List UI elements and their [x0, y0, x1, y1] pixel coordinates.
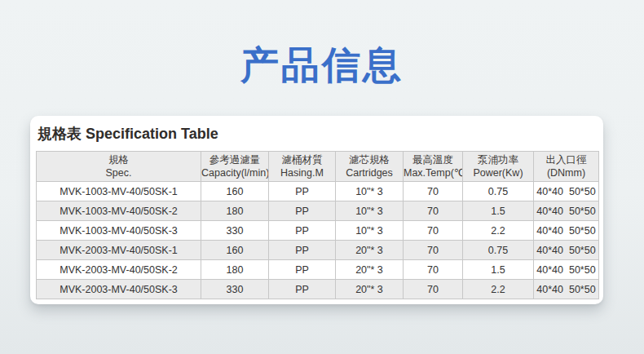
column-header-en: Capacity(l/min) — [201, 166, 268, 179]
spec-value-cell: 70 — [404, 201, 463, 221]
spec-value-cell: 10"* 3 — [336, 201, 404, 221]
spec-value-cell: 40*40 50*50 — [534, 260, 599, 280]
column-header-zh: 出入口徑 — [534, 153, 598, 166]
column-header-6: 出入口徑(DNmm) — [534, 152, 599, 182]
table-row: MVK-1003-MV-40/50SK-3330PP10"* 3702.240*… — [37, 221, 599, 241]
spec-value-cell: 40*40 50*50 — [534, 241, 599, 260]
spec-value-cell: 0.75 — [463, 241, 534, 260]
spec-value-cell: 70 — [404, 182, 463, 201]
spec-value-cell: 160 — [201, 182, 269, 201]
spec-value-cell: 10"* 3 — [336, 182, 404, 201]
spec-value-cell: 40*40 50*50 — [534, 182, 599, 201]
spec-value-cell: 180 — [201, 260, 269, 280]
spec-model-cell: MVK-2003-MV-40/50SK-1 — [37, 241, 201, 260]
spec-table-head-row: 規格Spec.參考過濾量Capacity(l/min)濾桶材質Hasing.M濾… — [37, 152, 599, 182]
spec-model-cell: MVK-1003-MV-40/50SK-1 — [37, 182, 201, 201]
spec-table: 規格Spec.參考過濾量Capacity(l/min)濾桶材質Hasing.M濾… — [36, 151, 599, 299]
spec-value-cell: PP — [269, 201, 336, 221]
spec-value-cell: 70 — [404, 260, 463, 280]
spec-value-cell: 0.75 — [463, 182, 534, 201]
table-row: MVK-2003-MV-40/50SK-2180PP20"* 3701.540*… — [37, 260, 599, 280]
spec-value-cell: PP — [269, 241, 336, 260]
spec-table-body: MVK-1003-MV-40/50SK-1160PP10"* 3700.7540… — [37, 182, 599, 299]
spec-value-cell: 40*40 50*50 — [534, 280, 599, 299]
column-header-zh: 濾芯規格 — [336, 153, 403, 166]
column-header-zh: 泵浦功率 — [463, 153, 533, 166]
table-row: MVK-1003-MV-40/50SK-1160PP10"* 3700.7540… — [37, 182, 599, 201]
column-header-en: Hasing.M — [269, 166, 335, 179]
spec-value-cell: 2.2 — [463, 221, 534, 241]
table-row: MVK-2003-MV-40/50SK-3330PP20"* 3702.240*… — [37, 280, 599, 299]
spec-value-cell: 10"* 3 — [336, 221, 404, 241]
spec-value-cell: 1.5 — [463, 201, 534, 221]
column-header-2: 濾桶材質Hasing.M — [269, 152, 336, 182]
spec-value-cell: PP — [269, 280, 336, 299]
spec-value-cell: 70 — [404, 280, 463, 299]
spec-card: 規格表 Specification Table 規格Spec.參考過濾量Capa… — [30, 116, 603, 304]
spec-value-cell: 20"* 3 — [336, 241, 404, 260]
spec-table-title: 規格表 Specification Table — [37, 124, 598, 144]
spec-value-cell: 20"* 3 — [336, 260, 404, 280]
spec-value-cell: PP — [269, 182, 336, 201]
column-header-1: 參考過濾量Capacity(l/min) — [201, 152, 269, 182]
spec-model-cell: MVK-2003-MV-40/50SK-2 — [37, 260, 201, 280]
spec-value-cell: 40*40 50*50 — [534, 221, 599, 241]
column-header-3: 濾芯規格Cartridges — [336, 152, 404, 182]
column-header-en: Power(Kw) — [463, 166, 533, 179]
spec-value-cell: 330 — [201, 280, 269, 299]
spec-value-cell: PP — [269, 221, 336, 241]
column-header-en: Max.Temp(℃) — [404, 166, 462, 179]
column-header-en: Cartridges — [336, 166, 403, 179]
spec-model-cell: MVK-2003-MV-40/50SK-3 — [37, 280, 201, 299]
table-row: MVK-1003-MV-40/50SK-2180PP10"* 3701.540*… — [37, 201, 599, 221]
spec-value-cell: 1.5 — [463, 260, 534, 280]
spec-value-cell: 330 — [201, 221, 269, 241]
page-title: 产品信息 — [0, 44, 644, 86]
column-header-zh: 參考過濾量 — [201, 153, 268, 166]
spec-value-cell: 160 — [201, 241, 269, 260]
table-row: MVK-2003-MV-40/50SK-1160PP20"* 3700.7540… — [37, 241, 599, 260]
column-header-4: 最高溫度Max.Temp(℃) — [404, 152, 463, 182]
column-header-zh: 最高溫度 — [404, 153, 462, 166]
spec-value-cell: 70 — [404, 221, 463, 241]
spec-value-cell: 70 — [404, 241, 463, 260]
column-header-5: 泵浦功率Power(Kw) — [463, 152, 534, 182]
spec-model-cell: MVK-1003-MV-40/50SK-2 — [37, 201, 201, 221]
spec-model-cell: MVK-1003-MV-40/50SK-3 — [37, 221, 201, 241]
column-header-en: (DNmm) — [534, 166, 598, 179]
column-header-0: 規格Spec. — [37, 152, 201, 182]
column-header-zh: 規格 — [37, 153, 201, 166]
column-header-en: Spec. — [37, 166, 201, 179]
spec-value-cell: 180 — [201, 201, 269, 221]
column-header-zh: 濾桶材質 — [269, 153, 335, 166]
spec-value-cell: 20"* 3 — [336, 280, 404, 299]
spec-value-cell: PP — [269, 260, 336, 280]
spec-value-cell: 40*40 50*50 — [534, 201, 599, 221]
spec-value-cell: 2.2 — [463, 280, 534, 299]
